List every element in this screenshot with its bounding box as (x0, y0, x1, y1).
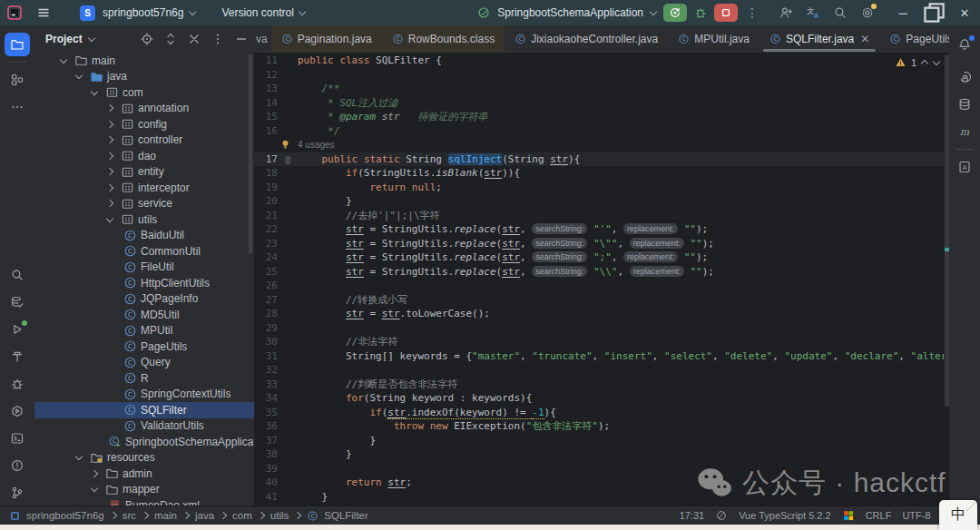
tree-item-java[interactable]: java (34, 69, 254, 85)
line-number[interactable]: 29 (254, 321, 278, 336)
expand-collapse-icon[interactable] (163, 32, 178, 46)
tree-item-entity[interactable]: entity (34, 164, 254, 181)
rerun-button[interactable] (663, 4, 687, 22)
code-line[interactable]: 18 if(StringUtils.isBlank(str)){ (254, 166, 944, 181)
code-line[interactable]: 24 str = StringUtils.replace(str, search… (254, 250, 944, 265)
maven-icon[interactable]: m (952, 120, 977, 143)
settings-icon[interactable] (860, 5, 875, 20)
tree-item-admin[interactable]: admin (34, 466, 254, 482)
breadcrumb-item[interactable]: src (122, 510, 136, 521)
tree-scrollbar[interactable] (249, 54, 252, 254)
code-line[interactable]: 40 return str; (254, 476, 944, 490)
status-line-ending[interactable]: CRLF (866, 510, 892, 521)
tree-item-baiduutil[interactable]: CBaiduUtil (34, 228, 254, 244)
line-number[interactable]: 20 (254, 194, 278, 209)
structure-icon[interactable] (5, 68, 30, 92)
line-number[interactable]: 34 (254, 391, 278, 406)
tree-item-mputil[interactable]: CMPUtil (34, 323, 254, 339)
tree-item-dao[interactable]: dao (34, 148, 254, 164)
chevron-right-icon[interactable] (106, 104, 119, 112)
run-icon[interactable] (5, 318, 30, 341)
tree-item-springcontextutils[interactable]: CSpringContextUtils (34, 387, 254, 403)
line-number[interactable]: 26 (254, 279, 278, 293)
chevron-down-icon[interactable] (650, 9, 657, 16)
find-icon[interactable] (5, 263, 30, 287)
tree-item-pageutils[interactable]: CPageUtils (34, 339, 254, 355)
line-number[interactable]: 24 (254, 250, 278, 265)
line-number[interactable]: 36 (254, 419, 278, 434)
vcs-menu[interactable]: Version control (221, 6, 305, 19)
chevron-down-icon[interactable] (75, 73, 88, 80)
code-line[interactable]: 22 str = StringUtils.replace(str, search… (254, 222, 944, 237)
tab-mputil-java[interactable]: CMPUtil.java (668, 25, 760, 53)
code-line[interactable]: 34 for(String keyword : keywords){ (254, 391, 944, 406)
chevron-down-icon[interactable] (933, 59, 940, 66)
code-line[interactable]: 28 str = str.toLowerCase(); (254, 307, 944, 321)
tree-item-jqpageinfo[interactable]: CJQPageInfo (34, 291, 254, 308)
status-language[interactable]: Vue TypeScript 5.2.2 (739, 510, 831, 521)
code-line[interactable]: 26 (254, 279, 944, 293)
hide-panel-icon[interactable] (234, 32, 249, 46)
database-icon[interactable] (952, 93, 977, 116)
breadcrumb-item[interactable]: SQLFilter (324, 510, 368, 521)
chevron-right-icon[interactable] (106, 121, 119, 128)
line-number[interactable]: 11 (254, 54, 278, 68)
line-number[interactable]: 39 (254, 462, 278, 476)
tree-item-annotation[interactable]: annotation (34, 101, 254, 117)
line-number[interactable]: 18 (254, 166, 278, 181)
code-line[interactable]: 30 //非法字符 (254, 335, 944, 349)
tree-item-commonutil[interactable]: CCommonUtil (34, 243, 254, 260)
tree-item-controller[interactable]: controller (34, 132, 254, 149)
line-number[interactable]: 30 (254, 335, 278, 349)
tree-item-validatorutils[interactable]: CValidatorUtils (34, 418, 254, 435)
line-number[interactable]: 23 (254, 237, 278, 251)
project-chip[interactable]: S (80, 5, 95, 21)
code-line[interactable]: 20 } (254, 194, 944, 209)
usages-hint[interactable]: 4 usages (298, 140, 335, 150)
code-line[interactable]: 21 //去掉'|"|;|\字符 (254, 209, 944, 223)
tree-item-config[interactable]: config (34, 116, 254, 132)
tree-item-interceptor[interactable]: interceptor (34, 180, 254, 196)
panel-more-icon[interactable] (211, 32, 225, 46)
line-number[interactable]: 21 (254, 209, 278, 223)
commit-icon[interactable] (5, 290, 30, 314)
search-icon[interactable] (833, 5, 848, 20)
status-time[interactable]: 17:31 (680, 510, 705, 521)
ime-indicator[interactable]: 中 (939, 500, 977, 530)
chevron-right-icon[interactable] (106, 136, 119, 143)
code-line[interactable]: 13 /** (254, 82, 944, 96)
chevron-up-icon[interactable] (921, 59, 928, 66)
version-control-icon[interactable] (5, 481, 30, 505)
line-number[interactable]: 14 (254, 96, 278, 111)
breadcrumb-item[interactable]: java (195, 510, 214, 521)
tree-item-service[interactable]: service (34, 196, 254, 212)
breadcrumb-item[interactable]: utils (270, 510, 289, 521)
inspection-off-icon[interactable] (715, 509, 728, 522)
line-number[interactable]: 31 (254, 349, 278, 364)
tree-item-main[interactable]: main (34, 53, 254, 69)
line-number[interactable]: 22 (254, 222, 278, 237)
services-icon[interactable] (5, 399, 30, 423)
minimize-icon[interactable]: ─ (887, 0, 918, 25)
close-icon[interactable]: ✕ (949, 0, 980, 25)
tab-pagination-java[interactable]: CPagination.java (271, 25, 382, 53)
tree-item-utils[interactable]: utils (34, 211, 254, 228)
chevron-down-icon[interactable] (75, 454, 88, 461)
tree-item-r[interactable]: CR (34, 370, 254, 387)
chevron-down-icon[interactable] (88, 35, 95, 43)
chevron-right-icon[interactable] (106, 200, 119, 207)
code-line[interactable]: 39 (254, 462, 944, 476)
tree-item-fileutil[interactable]: CFileUtil (34, 260, 254, 276)
tree-item-md5util[interactable]: CMD5Util (34, 307, 254, 323)
tree-item-com[interactable]: com (34, 84, 254, 101)
code-line[interactable]: 37 } (254, 434, 944, 448)
tree-item-mapper[interactable]: mapper (34, 482, 254, 498)
chevron-right-icon[interactable] (106, 168, 119, 175)
terminal-icon[interactable] (5, 427, 30, 450)
chevron-right-icon[interactable] (106, 152, 119, 160)
tree-item-springbootschemaapplication[interactable]: CSpringbootSchemaApplication (34, 434, 254, 450)
line-number[interactable]: 25 (254, 265, 278, 280)
breadcrumb-item[interactable]: springboot57n6g (26, 510, 104, 521)
usages-hint-line[interactable]: 4 usages (254, 138, 944, 152)
close-tab-icon[interactable]: ✕ (860, 33, 869, 45)
